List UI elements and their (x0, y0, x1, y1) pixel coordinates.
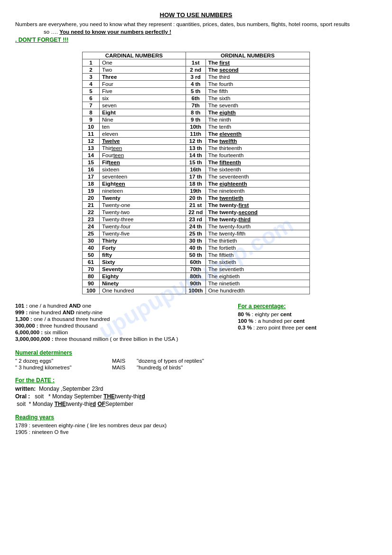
table-row: 61Sixty60thThe sixtieth (83, 259, 310, 266)
cardinal-header: CARDINAL NUMBERS (83, 52, 186, 59)
ordinal-cell: The eightieth (205, 273, 309, 280)
numeral-mais: MAIS (104, 358, 133, 364)
cardinal-cell: seventeen (100, 173, 186, 180)
table-row: 6six6thThe sixth (83, 95, 310, 102)
number-cell: 6 (83, 95, 100, 102)
ordinal-number-cell: 17 th (186, 173, 205, 180)
ordinal-number-cell: 7th (186, 102, 205, 109)
ordinal-cell: The thirtieth (205, 237, 309, 245)
ordinal-number-cell: 2 nd (186, 66, 205, 74)
ordinal-number-cell: 30 th (186, 237, 205, 245)
table-row: 3Three3 rdThe third (83, 74, 310, 81)
cardinal-cell: Twenty-four (100, 223, 186, 230)
table-row: 11eleven11thThe eleventh (83, 131, 310, 138)
number-cell: 50 (83, 252, 100, 259)
cardinal-cell: ten (100, 123, 186, 131)
number-cell: 4 (83, 81, 100, 88)
reading-year-item: 1905 : nineteen O five (15, 429, 377, 435)
dont-forget: . DON'T FORGET !!! (15, 37, 377, 43)
ordinal-number-cell: 80th (186, 273, 205, 280)
number-cell: 16 (83, 166, 100, 173)
table-row: 80Eighty80thThe eightieth (83, 273, 310, 280)
ordinal-number-cell: 9 th (186, 116, 205, 123)
ordinal-cell: The third (205, 74, 309, 81)
table-row: 25Twenty-five25 thThe twenty-fifth (83, 230, 310, 237)
big-number-item: 3,000,000,000 : three thousand million (… (15, 336, 224, 342)
ordinal-cell: The twenty-fifth (205, 230, 309, 237)
ordinal-cell: The seventh (205, 102, 309, 109)
ordinal-number-cell: 1st (186, 59, 205, 66)
cardinal-cell: Eight (100, 109, 186, 116)
ordinal-cell: The first (205, 59, 309, 66)
ordinal-cell: The sixtieth (205, 259, 309, 266)
table-row: 12Twelve12 thThe twelfth (83, 138, 310, 145)
number-cell: 22 (83, 209, 100, 216)
ordinal-cell: The sixth (205, 95, 309, 102)
ordinal-cell: The sixteenth (205, 166, 309, 173)
reading-lines: 1789 : seventeen eighty-nine ( lire les … (15, 423, 377, 435)
ordinal-cell: The seventieth (205, 266, 309, 273)
cardinal-cell: One (100, 59, 186, 66)
table-row: 2Two2 ndThe second (83, 66, 310, 74)
reading-title: Reading years (15, 414, 377, 421)
big-number-item: 300,000 : three hundred thousand (15, 323, 224, 329)
table-row: 16sixteen16thThe sixteenth (83, 166, 310, 173)
cardinal-cell: six (100, 95, 186, 102)
ordinal-number-cell: 22 nd (186, 209, 205, 216)
date-written: written: Monday ,September 23rd (15, 386, 377, 392)
table-row: 24Twenty-four24 thThe twenty-fourth (83, 223, 310, 230)
cardinal-cell: Three (100, 74, 186, 81)
reading-section: Reading years 1789 : seventeen eighty-ni… (15, 414, 377, 435)
ordinal-cell: The twenty-fourth (205, 223, 309, 230)
percentage-section: 80 % : eighty per cent100 % : a hundred … (238, 311, 377, 330)
ordinal-number-cell: 11th (186, 131, 205, 138)
number-cell: 23 (83, 216, 100, 223)
section-right: For a percentage: 80 % : eighty per cent… (238, 303, 377, 343)
numeral-quote1: " 2 dozen eggs" (15, 358, 101, 364)
number-cell: 21 (83, 202, 100, 209)
ordinal-cell: The twentieth (205, 195, 309, 202)
number-cell: 30 (83, 237, 100, 245)
number-cell: 12 (83, 138, 100, 145)
table-row: 90Ninety90thThe ninetieth (83, 280, 310, 287)
ordinal-cell: The twelfth (205, 138, 309, 145)
numeral-row: " 3 hundred kilometres"MAIS"hundreds of … (15, 365, 377, 370)
ordinal-number-cell: 15 th (186, 159, 205, 166)
big-number-item: 6,000,000 : six million (15, 329, 224, 335)
ordinal-cell: The eighteenth (205, 180, 309, 188)
written-label: written: (15, 386, 36, 392)
table-row: 19nineteen19thThe nineteenth (83, 188, 310, 195)
percentage-item: 80 % : eighty per cent (238, 311, 377, 317)
ordinal-number-cell: 8 th (186, 109, 205, 116)
table-row: 40Forty40 thThe fortieth (83, 245, 310, 252)
cardinal-cell: Twenty-two (100, 209, 186, 216)
number-cell: 24 (83, 223, 100, 230)
number-cell: 13 (83, 145, 100, 152)
numbers-table-wrap: CARDINAL NUMBERS ORDINAL NUMBERS 1One1st… (15, 52, 377, 294)
number-cell: 2 (83, 66, 100, 74)
so-line-emphasis: You need to know your numbers perfectly … (59, 29, 171, 35)
ordinal-header: ORDINAL NUMBERS (186, 52, 309, 59)
numeral-title: Numeral determiners (15, 349, 377, 356)
number-cell: 15 (83, 159, 100, 166)
ordinal-number-cell: 6th (186, 95, 205, 102)
numeral-mais: MAIS (104, 365, 133, 370)
table-row: 23Twenty-three23 rdThe twenty-third (83, 216, 310, 223)
table-row: 70Seventy70thThe seventieth (83, 266, 310, 273)
cardinal-cell: Five (100, 88, 186, 95)
cardinal-cell: Eighteen (100, 180, 186, 188)
number-cell: 5 (83, 88, 100, 95)
section-left: 101 : one / a hundred AND one999 : nine … (15, 303, 224, 343)
so-line: so …. You need to know your numbers perf… (44, 29, 377, 35)
number-cell: 90 (83, 280, 100, 287)
ordinal-number-cell: 19th (186, 188, 205, 195)
cardinal-cell: Twenty (100, 195, 186, 202)
intro-text: Numbers are everywhere, you need to know… (15, 21, 377, 27)
percentage-item: 100 % : a hundred per cent (238, 318, 377, 324)
cardinal-cell: seven (100, 102, 186, 109)
cardinal-cell: fifty (100, 252, 186, 259)
ordinal-cell: The twenty-second (205, 209, 309, 216)
numbers-table: CARDINAL NUMBERS ORDINAL NUMBERS 1One1st… (82, 52, 310, 294)
ordinal-cell: The twenty-first (205, 202, 309, 209)
cardinal-cell: Seventy (100, 266, 186, 273)
